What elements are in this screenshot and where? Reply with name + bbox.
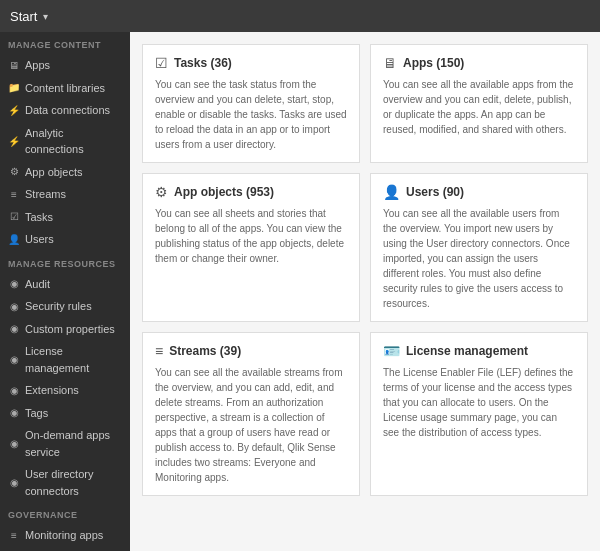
sidebar-label-4: Extensions — [25, 382, 79, 399]
topbar: Start ▾ — [0, 0, 600, 32]
sidebar-item-monitoring-apps[interactable]: ≡Monitoring apps — [0, 524, 130, 547]
card-icon-app-objects: ⚙ — [155, 184, 168, 200]
sidebar-item-tags[interactable]: ◉Tags — [0, 402, 130, 425]
sidebar-section-header-1: MANAGE RESOURCES — [0, 251, 130, 273]
sidebar-item-extensions[interactable]: ◉Extensions — [0, 379, 130, 402]
sidebar-icon-0: ◉ — [8, 276, 20, 291]
sidebar-icon-5: ≡ — [8, 187, 20, 202]
card-icon-tasks: ☑ — [155, 55, 168, 71]
sidebar-label-6: Tasks — [25, 209, 53, 226]
sidebar-label-6: On-demand apps service — [25, 427, 122, 460]
card-body-users: You can see all the available users from… — [383, 206, 575, 311]
sidebar-label-4: App objects — [25, 164, 82, 181]
sidebar-icon-7: ◉ — [8, 475, 20, 490]
main-layout: MANAGE CONTENT🖥Apps📁Content libraries⚡Da… — [0, 32, 600, 551]
sidebar-icon-4: ⚙ — [8, 164, 20, 179]
sidebar-label-0: Monitoring apps — [25, 527, 103, 544]
sidebar-section-header-3: CONFIGURE SYSTEM — [0, 547, 130, 552]
sidebar-label-7: Users — [25, 231, 54, 248]
sidebar-icon-2: ◉ — [8, 321, 20, 336]
card-license-management[interactable]: 🪪License managementThe License Enabler F… — [370, 332, 588, 496]
card-title-tasks: Tasks (36) — [174, 56, 232, 70]
sidebar-icon-1: ◉ — [8, 299, 20, 314]
sidebar-section-header-0: MANAGE CONTENT — [0, 32, 130, 54]
topbar-title-text: Start — [10, 9, 37, 24]
card-app-objects[interactable]: ⚙App objects (953)You can see all sheets… — [142, 173, 360, 322]
sidebar-item-app-objects[interactable]: ⚙App objects — [0, 161, 130, 184]
sidebar-icon-1: 📁 — [8, 80, 20, 95]
sidebar-item-analytic-connections[interactable]: ⚡Analytic connections — [0, 122, 130, 161]
card-title-users: Users (90) — [406, 185, 464, 199]
cards-grid: ☑Tasks (36)You can see the task status f… — [142, 44, 588, 496]
sidebar-label-2: Custom properties — [25, 321, 115, 338]
content-area: ☑Tasks (36)You can see the task status f… — [130, 32, 600, 551]
sidebar-label-0: Audit — [25, 276, 50, 293]
sidebar-icon-4: ◉ — [8, 383, 20, 398]
sidebar-icon-5: ◉ — [8, 405, 20, 420]
sidebar-icon-3: ⚡ — [8, 134, 20, 149]
sidebar-item-streams[interactable]: ≡Streams — [0, 183, 130, 206]
topbar-chevron-icon: ▾ — [43, 11, 48, 22]
sidebar-item-on-demand-apps-service[interactable]: ◉On-demand apps service — [0, 424, 130, 463]
sidebar-item-users[interactable]: 👤Users — [0, 228, 130, 251]
sidebar: MANAGE CONTENT🖥Apps📁Content libraries⚡Da… — [0, 32, 130, 551]
sidebar-label-5: Tags — [25, 405, 48, 422]
sidebar-icon-3: ◉ — [8, 352, 20, 367]
sidebar-item-license-management[interactable]: ◉License management — [0, 340, 130, 379]
card-title-apps: Apps (150) — [403, 56, 464, 70]
sidebar-icon-2: ⚡ — [8, 103, 20, 118]
sidebar-item-custom-properties[interactable]: ◉Custom properties — [0, 318, 130, 341]
topbar-title[interactable]: Start ▾ — [10, 9, 48, 24]
card-header-tasks: ☑Tasks (36) — [155, 55, 347, 71]
sidebar-item-content-libraries[interactable]: 📁Content libraries — [0, 77, 130, 100]
sidebar-label-3: Analytic connections — [25, 125, 122, 158]
card-body-license-management: The License Enabler File (LEF) defines t… — [383, 365, 575, 440]
card-icon-users: 👤 — [383, 184, 400, 200]
card-header-users: 👤Users (90) — [383, 184, 575, 200]
sidebar-label-3: License management — [25, 343, 122, 376]
card-body-apps: You can see all the available apps from … — [383, 77, 575, 137]
sidebar-item-security-rules[interactable]: ◉Security rules — [0, 295, 130, 318]
card-icon-apps: 🖥 — [383, 55, 397, 71]
sidebar-icon-0: 🖥 — [8, 58, 20, 73]
card-icon-license-management: 🪪 — [383, 343, 400, 359]
card-header-streams: ≡Streams (39) — [155, 343, 347, 359]
sidebar-label-2: Data connections — [25, 102, 110, 119]
card-apps[interactable]: 🖥Apps (150)You can see all the available… — [370, 44, 588, 163]
sidebar-label-1: Security rules — [25, 298, 92, 315]
sidebar-item-audit[interactable]: ◉Audit — [0, 273, 130, 296]
card-icon-streams: ≡ — [155, 343, 163, 359]
card-body-streams: You can see all the available streams fr… — [155, 365, 347, 485]
card-header-apps: 🖥Apps (150) — [383, 55, 575, 71]
card-users[interactable]: 👤Users (90)You can see all the available… — [370, 173, 588, 322]
sidebar-item-tasks[interactable]: ☑Tasks — [0, 206, 130, 229]
card-title-streams: Streams (39) — [169, 344, 241, 358]
card-header-license-management: 🪪License management — [383, 343, 575, 359]
sidebar-icon-6: ☑ — [8, 209, 20, 224]
sidebar-section-header-2: GOVERNANCE — [0, 502, 130, 524]
card-title-license-management: License management — [406, 344, 528, 358]
sidebar-label-5: Streams — [25, 186, 66, 203]
sidebar-label-7: User directory connectors — [25, 466, 122, 499]
sidebar-label-0: Apps — [25, 57, 50, 74]
card-header-app-objects: ⚙App objects (953) — [155, 184, 347, 200]
card-body-tasks: You can see the task status from the ove… — [155, 77, 347, 152]
sidebar-icon-7: 👤 — [8, 232, 20, 247]
sidebar-item-data-connections[interactable]: ⚡Data connections — [0, 99, 130, 122]
sidebar-item-user-directory-connectors[interactable]: ◉User directory connectors — [0, 463, 130, 502]
sidebar-item-apps[interactable]: 🖥Apps — [0, 54, 130, 77]
sidebar-label-1: Content libraries — [25, 80, 105, 97]
sidebar-icon-6: ◉ — [8, 436, 20, 451]
card-body-app-objects: You can see all sheets and stories that … — [155, 206, 347, 266]
card-title-app-objects: App objects (953) — [174, 185, 274, 199]
card-tasks[interactable]: ☑Tasks (36)You can see the task status f… — [142, 44, 360, 163]
card-streams[interactable]: ≡Streams (39)You can see all the availab… — [142, 332, 360, 496]
sidebar-icon-0: ≡ — [8, 528, 20, 543]
